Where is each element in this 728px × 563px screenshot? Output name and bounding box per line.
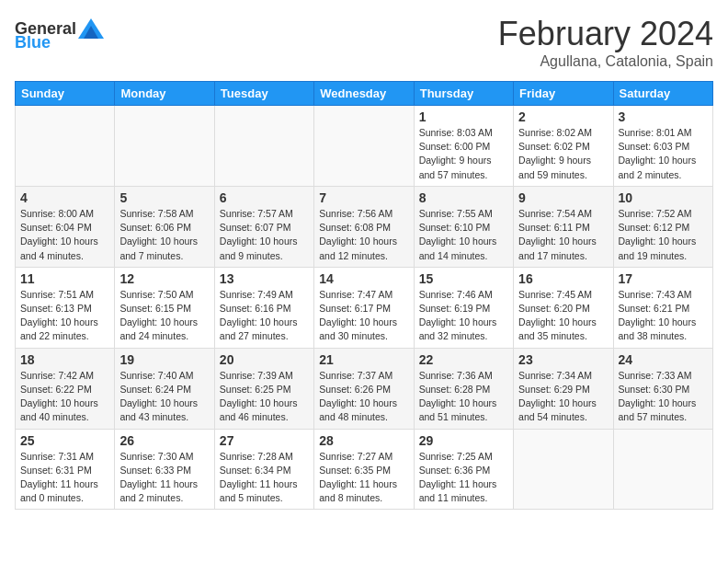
day-number: 20 bbox=[220, 352, 309, 367]
day-number: 14 bbox=[319, 271, 408, 286]
week-row-4: 18Sunrise: 7:42 AMSunset: 6:22 PMDayligh… bbox=[16, 348, 713, 429]
calendar-cell bbox=[214, 106, 313, 187]
day-info: Sunrise: 7:27 AMSunset: 6:35 PMDaylight:… bbox=[319, 450, 408, 506]
day-number: 11 bbox=[20, 271, 109, 286]
header-day-sunday: Sunday bbox=[16, 82, 115, 106]
calendar-cell: 1Sunrise: 8:03 AMSunset: 6:00 PMDaylight… bbox=[414, 106, 513, 187]
calendar-cell: 28Sunrise: 7:27 AMSunset: 6:35 PMDayligh… bbox=[314, 429, 414, 510]
day-info: Sunrise: 7:31 AMSunset: 6:31 PMDaylight:… bbox=[20, 450, 109, 506]
day-number: 18 bbox=[20, 352, 109, 367]
calendar-cell bbox=[115, 106, 214, 187]
calendar-cell: 7Sunrise: 7:56 AMSunset: 6:08 PMDaylight… bbox=[314, 186, 414, 267]
calendar-cell: 6Sunrise: 7:57 AMSunset: 6:07 PMDaylight… bbox=[214, 186, 313, 267]
header-day-wednesday: Wednesday bbox=[314, 82, 414, 106]
day-info: Sunrise: 7:58 AMSunset: 6:06 PMDaylight:… bbox=[119, 207, 209, 263]
day-number: 16 bbox=[518, 271, 608, 286]
calendar-cell bbox=[613, 429, 712, 510]
day-number: 22 bbox=[419, 352, 508, 367]
calendar-cell: 4Sunrise: 8:00 AMSunset: 6:04 PMDaylight… bbox=[16, 186, 115, 267]
day-number: 10 bbox=[619, 190, 708, 205]
day-number: 13 bbox=[220, 271, 309, 286]
day-info: Sunrise: 7:45 AMSunset: 6:20 PMDaylight:… bbox=[518, 288, 608, 344]
day-number: 29 bbox=[419, 433, 508, 448]
day-info: Sunrise: 7:37 AMSunset: 6:26 PMDaylight:… bbox=[319, 369, 408, 425]
day-number: 12 bbox=[119, 271, 209, 286]
day-number: 25 bbox=[20, 433, 109, 448]
day-number: 5 bbox=[119, 190, 209, 205]
day-info: Sunrise: 7:40 AMSunset: 6:24 PMDaylight:… bbox=[119, 369, 209, 425]
day-info: Sunrise: 7:52 AMSunset: 6:12 PMDaylight:… bbox=[619, 207, 708, 263]
calendar-cell: 11Sunrise: 7:51 AMSunset: 6:13 PMDayligh… bbox=[16, 267, 115, 348]
day-info: Sunrise: 7:55 AMSunset: 6:10 PMDaylight:… bbox=[419, 207, 508, 263]
calendar-cell bbox=[514, 429, 613, 510]
header-day-friday: Friday bbox=[514, 82, 613, 106]
day-info: Sunrise: 7:34 AMSunset: 6:29 PMDaylight:… bbox=[518, 369, 608, 425]
week-row-2: 4Sunrise: 8:00 AMSunset: 6:04 PMDaylight… bbox=[16, 186, 713, 267]
calendar-cell: 24Sunrise: 7:33 AMSunset: 6:30 PMDayligh… bbox=[613, 348, 712, 429]
calendar-cell: 13Sunrise: 7:49 AMSunset: 6:16 PMDayligh… bbox=[214, 267, 313, 348]
day-number: 26 bbox=[119, 433, 209, 448]
logo-blue-text: Blue bbox=[15, 33, 51, 52]
week-row-1: 1Sunrise: 8:03 AMSunset: 6:00 PMDaylight… bbox=[16, 106, 713, 187]
week-row-3: 11Sunrise: 7:51 AMSunset: 6:13 PMDayligh… bbox=[16, 267, 713, 348]
day-number: 6 bbox=[220, 190, 309, 205]
day-info: Sunrise: 7:56 AMSunset: 6:08 PMDaylight:… bbox=[319, 207, 408, 263]
day-info: Sunrise: 7:43 AMSunset: 6:21 PMDaylight:… bbox=[619, 288, 708, 344]
calendar-cell: 5Sunrise: 7:58 AMSunset: 6:06 PMDaylight… bbox=[115, 186, 214, 267]
calendar-cell: 29Sunrise: 7:25 AMSunset: 6:36 PMDayligh… bbox=[414, 429, 513, 510]
day-info: Sunrise: 8:01 AMSunset: 6:03 PMDaylight:… bbox=[619, 126, 708, 182]
calendar-cell: 23Sunrise: 7:34 AMSunset: 6:29 PMDayligh… bbox=[514, 348, 613, 429]
calendar-cell: 9Sunrise: 7:54 AMSunset: 6:11 PMDaylight… bbox=[514, 186, 613, 267]
calendar-cell: 12Sunrise: 7:50 AMSunset: 6:15 PMDayligh… bbox=[115, 267, 214, 348]
calendar-cell bbox=[16, 106, 115, 187]
header-day-monday: Monday bbox=[115, 82, 214, 106]
day-info: Sunrise: 7:47 AMSunset: 6:17 PMDaylight:… bbox=[319, 288, 408, 344]
calendar-cell bbox=[314, 106, 414, 187]
day-number: 15 bbox=[419, 271, 508, 286]
calendar-cell: 18Sunrise: 7:42 AMSunset: 6:22 PMDayligh… bbox=[16, 348, 115, 429]
calendar-cell: 10Sunrise: 7:52 AMSunset: 6:12 PMDayligh… bbox=[613, 186, 712, 267]
day-number: 9 bbox=[518, 190, 608, 205]
day-number: 3 bbox=[619, 109, 708, 124]
day-info: Sunrise: 7:33 AMSunset: 6:30 PMDaylight:… bbox=[619, 369, 708, 425]
day-info: Sunrise: 7:57 AMSunset: 6:07 PMDaylight:… bbox=[220, 207, 309, 263]
day-info: Sunrise: 8:02 AMSunset: 6:02 PMDaylight:… bbox=[518, 126, 608, 182]
day-info: Sunrise: 8:00 AMSunset: 6:04 PMDaylight:… bbox=[20, 207, 109, 263]
day-info: Sunrise: 8:03 AMSunset: 6:00 PMDaylight:… bbox=[419, 126, 508, 182]
logo-icon bbox=[78, 18, 104, 39]
week-row-5: 25Sunrise: 7:31 AMSunset: 6:31 PMDayligh… bbox=[16, 429, 713, 510]
calendar-cell: 26Sunrise: 7:30 AMSunset: 6:33 PMDayligh… bbox=[115, 429, 214, 510]
day-info: Sunrise: 7:28 AMSunset: 6:34 PMDaylight:… bbox=[220, 450, 309, 506]
day-info: Sunrise: 7:51 AMSunset: 6:13 PMDaylight:… bbox=[20, 288, 109, 344]
calendar-cell: 25Sunrise: 7:31 AMSunset: 6:31 PMDayligh… bbox=[16, 429, 115, 510]
calendar-table: SundayMondayTuesdayWednesdayThursdayFrid… bbox=[15, 81, 713, 510]
calendar-cell: 21Sunrise: 7:37 AMSunset: 6:26 PMDayligh… bbox=[314, 348, 414, 429]
day-number: 21 bbox=[319, 352, 408, 367]
month-title: February 2024 bbox=[498, 15, 713, 53]
day-number: 17 bbox=[619, 271, 708, 286]
day-number: 24 bbox=[619, 352, 708, 367]
day-number: 7 bbox=[319, 190, 408, 205]
day-info: Sunrise: 7:50 AMSunset: 6:15 PMDaylight:… bbox=[119, 288, 209, 344]
location-title: Agullana, Catalonia, Spain bbox=[498, 53, 713, 70]
calendar-cell: 16Sunrise: 7:45 AMSunset: 6:20 PMDayligh… bbox=[514, 267, 613, 348]
calendar-cell: 14Sunrise: 7:47 AMSunset: 6:17 PMDayligh… bbox=[314, 267, 414, 348]
day-info: Sunrise: 7:49 AMSunset: 6:16 PMDaylight:… bbox=[220, 288, 309, 344]
calendar-cell: 22Sunrise: 7:36 AMSunset: 6:28 PMDayligh… bbox=[414, 348, 513, 429]
day-info: Sunrise: 7:54 AMSunset: 6:11 PMDaylight:… bbox=[518, 207, 608, 263]
calendar-cell: 20Sunrise: 7:39 AMSunset: 6:25 PMDayligh… bbox=[214, 348, 313, 429]
logo: General Blue bbox=[15, 18, 104, 52]
calendar-cell: 17Sunrise: 7:43 AMSunset: 6:21 PMDayligh… bbox=[613, 267, 712, 348]
day-number: 1 bbox=[419, 109, 508, 124]
calendar-cell: 2Sunrise: 8:02 AMSunset: 6:02 PMDaylight… bbox=[514, 106, 613, 187]
calendar-cell: 8Sunrise: 7:55 AMSunset: 6:10 PMDaylight… bbox=[414, 186, 513, 267]
day-number: 2 bbox=[518, 109, 608, 124]
header-row: SundayMondayTuesdayWednesdayThursdayFrid… bbox=[16, 82, 713, 106]
calendar-cell: 3Sunrise: 8:01 AMSunset: 6:03 PMDaylight… bbox=[613, 106, 712, 187]
calendar-cell: 27Sunrise: 7:28 AMSunset: 6:34 PMDayligh… bbox=[214, 429, 313, 510]
calendar-cell: 15Sunrise: 7:46 AMSunset: 6:19 PMDayligh… bbox=[414, 267, 513, 348]
calendar-cell: 19Sunrise: 7:40 AMSunset: 6:24 PMDayligh… bbox=[115, 348, 214, 429]
title-area: February 2024 Agullana, Catalonia, Spain bbox=[498, 15, 713, 70]
day-info: Sunrise: 7:46 AMSunset: 6:19 PMDaylight:… bbox=[419, 288, 508, 344]
day-number: 8 bbox=[419, 190, 508, 205]
